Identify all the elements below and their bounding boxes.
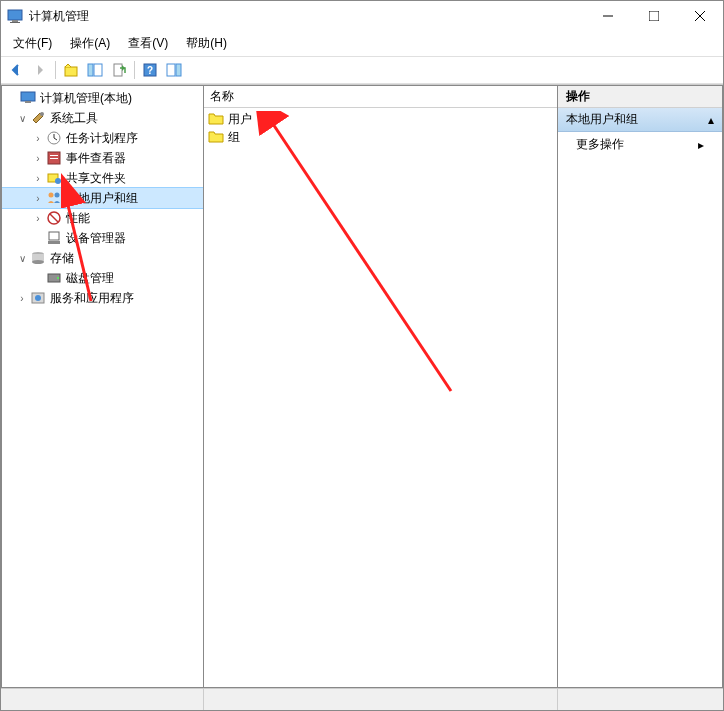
- toolbar: ?: [1, 56, 723, 84]
- tree-event-viewer[interactable]: › 事件查看器: [2, 148, 203, 168]
- svg-rect-2: [10, 22, 20, 23]
- tree-label: 服务和应用程序: [50, 290, 134, 307]
- expander-icon[interactable]: ›: [30, 133, 46, 144]
- content-area: 计算机管理(本地) ∨ 系统工具 › 任务计划程序 › 事件查看器: [1, 84, 723, 688]
- close-button[interactable]: [677, 1, 723, 31]
- tree-label: 设备管理器: [66, 230, 126, 247]
- svg-rect-8: [88, 64, 93, 76]
- expander-icon[interactable]: ›: [30, 173, 46, 184]
- users-icon: [46, 190, 62, 206]
- tree-shared-folders[interactable]: › 共享文件夹: [2, 168, 203, 188]
- shared-icon: [46, 170, 62, 186]
- performance-icon: [46, 210, 62, 226]
- tree-root[interactable]: 计算机管理(本地): [2, 88, 203, 108]
- tree-device-manager[interactable]: 设备管理器: [2, 228, 203, 248]
- svg-rect-0: [8, 10, 22, 20]
- list-item-users[interactable]: 用户: [204, 110, 557, 128]
- tree-label: 计算机管理(本地): [40, 90, 132, 107]
- svg-rect-16: [25, 101, 31, 103]
- event-icon: [46, 150, 62, 166]
- separator: [134, 61, 135, 79]
- titlebar: 计算机管理: [1, 1, 723, 31]
- svg-text:?: ?: [147, 65, 153, 76]
- svg-point-17: [40, 112, 44, 116]
- tree-label: 任务计划程序: [66, 130, 138, 147]
- tree-task-scheduler[interactable]: › 任务计划程序: [2, 128, 203, 148]
- action-more[interactable]: 更多操作 ▸: [558, 132, 722, 157]
- tree-label: 共享文件夹: [66, 170, 126, 187]
- tree: 计算机管理(本地) ∨ 系统工具 › 任务计划程序 › 事件查看器: [2, 86, 203, 310]
- svg-rect-1: [12, 20, 18, 22]
- action-label: 更多操作: [576, 136, 624, 153]
- list-label: 组: [228, 129, 240, 146]
- svg-point-25: [55, 193, 60, 198]
- expander-icon[interactable]: ∨: [14, 113, 30, 124]
- storage-icon: [30, 250, 46, 266]
- tree-panel[interactable]: 计算机管理(本地) ∨ 系统工具 › 任务计划程序 › 事件查看器: [1, 85, 204, 688]
- action-panel: 操作 本地用户和组 ▴ 更多操作 ▸: [558, 85, 723, 688]
- menu-action[interactable]: 操作(A): [62, 33, 118, 54]
- svg-rect-10: [114, 64, 122, 76]
- maximize-button[interactable]: [631, 1, 677, 31]
- menu-file[interactable]: 文件(F): [5, 33, 60, 54]
- menu-help[interactable]: 帮助(H): [178, 33, 235, 54]
- expander-icon[interactable]: ›: [14, 293, 30, 304]
- svg-rect-9: [94, 64, 102, 76]
- tree-label: 本地用户和组: [66, 190, 138, 207]
- up-button[interactable]: [60, 59, 82, 81]
- list-item-groups[interactable]: 组: [204, 128, 557, 146]
- tree-services-apps[interactable]: › 服务和应用程序: [2, 288, 203, 308]
- clock-icon: [46, 130, 62, 146]
- expander-icon[interactable]: ›: [30, 193, 46, 204]
- device-icon: [46, 230, 62, 246]
- status-cell: [204, 689, 558, 710]
- app-icon: [7, 8, 23, 24]
- tree-label: 存储: [50, 250, 74, 267]
- svg-rect-13: [167, 64, 175, 76]
- tree-label: 事件查看器: [66, 150, 126, 167]
- tree-storage[interactable]: ∨ 存储: [2, 248, 203, 268]
- window-title: 计算机管理: [29, 8, 585, 25]
- minimize-button[interactable]: [585, 1, 631, 31]
- expander-icon[interactable]: ∨: [14, 253, 30, 264]
- list-body[interactable]: 用户 组: [204, 108, 557, 687]
- computer-management-window: 计算机管理 文件(F) 操作(A) 查看(V) 帮助(H) ? 计算: [0, 0, 724, 711]
- statusbar: [1, 688, 723, 710]
- expander-icon[interactable]: ›: [30, 213, 46, 224]
- svg-point-36: [35, 295, 41, 301]
- svg-point-23: [55, 178, 61, 184]
- window-controls: [585, 1, 723, 31]
- computer-icon: [20, 90, 36, 106]
- back-button[interactable]: [5, 59, 27, 81]
- svg-rect-14: [176, 64, 181, 76]
- menubar: 文件(F) 操作(A) 查看(V) 帮助(H): [1, 31, 723, 56]
- disk-icon: [46, 270, 62, 286]
- tools-icon: [30, 110, 46, 126]
- svg-point-34: [57, 277, 59, 279]
- forward-button[interactable]: [29, 59, 51, 81]
- services-icon: [30, 290, 46, 306]
- svg-rect-15: [21, 92, 35, 101]
- collapse-icon: ▴: [708, 113, 714, 127]
- expander-icon[interactable]: ›: [30, 153, 46, 164]
- svg-point-24: [49, 193, 54, 198]
- show-hide-tree-button[interactable]: [84, 59, 106, 81]
- tree-system-tools[interactable]: ∨ 系统工具: [2, 108, 203, 128]
- action-header: 操作: [558, 86, 722, 108]
- tree-performance[interactable]: › 性能: [2, 208, 203, 228]
- menu-view[interactable]: 查看(V): [120, 33, 176, 54]
- help-button[interactable]: ?: [139, 59, 161, 81]
- tree-disk-management[interactable]: 磁盘管理: [2, 268, 203, 288]
- svg-rect-29: [48, 241, 60, 244]
- folder-icon: [208, 129, 224, 145]
- svg-rect-4: [649, 11, 659, 21]
- export-button[interactable]: [108, 59, 130, 81]
- show-hide-action-button[interactable]: [163, 59, 185, 81]
- action-group-label: 本地用户和组: [566, 111, 638, 128]
- action-group-header[interactable]: 本地用户和组 ▴: [558, 108, 722, 132]
- chevron-right-icon: ▸: [698, 138, 704, 152]
- status-cell: [558, 689, 723, 710]
- separator: [55, 61, 56, 79]
- tree-local-users-groups[interactable]: › 本地用户和组: [2, 188, 203, 208]
- column-header-name[interactable]: 名称: [204, 86, 557, 108]
